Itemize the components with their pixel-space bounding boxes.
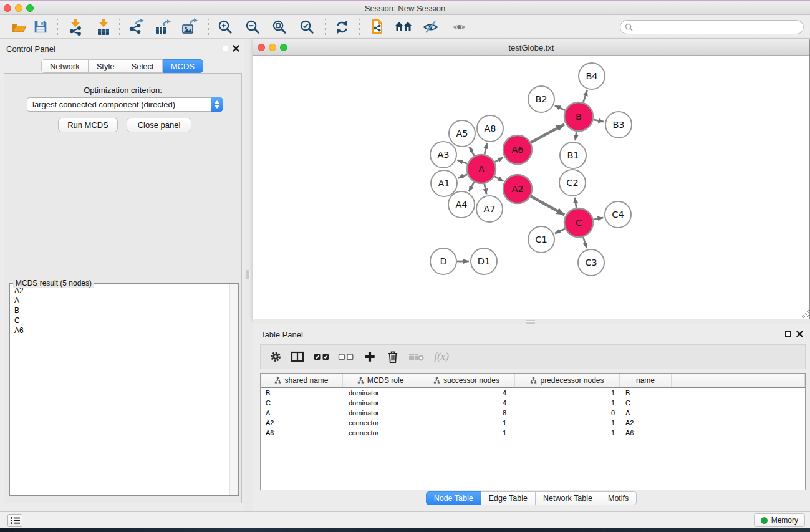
table-cell[interactable]: A <box>620 408 672 418</box>
hide-selected-button[interactable] <box>421 17 440 36</box>
float-panel-icon[interactable] <box>223 46 228 51</box>
table-row[interactable]: A2connector11A2 <box>261 418 805 428</box>
table-cell[interactable]: A <box>261 408 343 418</box>
table-settings-button[interactable] <box>269 350 282 364</box>
column-header-name[interactable]: name <box>620 374 672 387</box>
graph-edge-A-A8[interactable] <box>485 143 487 154</box>
tab-node-table[interactable]: Node Table <box>426 491 481 505</box>
result-list-item[interactable]: B <box>11 306 229 316</box>
table-row[interactable]: A6connector11A6 <box>261 428 805 438</box>
optimization-criterion-select[interactable]: largest connected component (directed) <box>27 97 223 112</box>
table-cell[interactable]: A6 <box>620 428 672 438</box>
graph-edge-A-A7[interactable] <box>485 184 486 195</box>
table-cell[interactable]: dominator <box>343 398 418 408</box>
table-cell[interactable]: 0 <box>515 408 620 418</box>
column-header-MCDS-role[interactable]: MCDS role <box>343 374 418 387</box>
table-row[interactable]: Bdominator41B <box>261 388 805 398</box>
graph-edge-A-A5[interactable] <box>469 147 474 156</box>
table-cell[interactable]: 1 <box>515 398 620 408</box>
home-layout-button[interactable] <box>394 17 413 36</box>
result-list-item[interactable]: C <box>11 316 229 326</box>
table-cell[interactable]: 1 <box>515 428 620 438</box>
divider-grip[interactable] <box>246 270 250 279</box>
column-header-predecessor-nodes[interactable]: predecessor nodes <box>515 374 620 387</box>
table-cell[interactable]: 4 <box>418 388 515 398</box>
table-cell[interactable]: A2 <box>620 418 672 428</box>
result-list-item[interactable]: A2 <box>11 286 229 296</box>
column-visibility-button[interactable] <box>291 350 304 364</box>
tab-network-table[interactable]: Network Table <box>536 491 600 505</box>
table-cell[interactable]: 1 <box>515 418 620 428</box>
export-table-button[interactable] <box>153 17 172 36</box>
result-list-item[interactable]: A <box>11 296 229 306</box>
table-row[interactable]: Cdominator41C <box>261 398 805 408</box>
resize-grip-icon[interactable] <box>801 310 809 318</box>
horizontal-split-divider[interactable] <box>253 319 810 324</box>
graph-edge-C-C1[interactable] <box>555 229 565 233</box>
refresh-button[interactable] <box>332 17 351 36</box>
delete-table-button[interactable] <box>408 352 425 362</box>
table-cell[interactable]: dominator <box>343 388 418 398</box>
table-cell[interactable]: 1 <box>418 428 515 438</box>
column-header-successor-nodes[interactable]: successor nodes <box>418 374 515 387</box>
table-cell[interactable]: 4 <box>418 398 515 408</box>
graph-edge-A-A3[interactable] <box>457 160 467 163</box>
graph-edge-C-C3[interactable] <box>583 237 587 248</box>
zoom-selected-button[interactable] <box>297 17 316 36</box>
graph-edge-B-B3[interactable] <box>594 120 604 122</box>
table-cell[interactable]: B <box>261 388 343 398</box>
tab-mcds[interactable]: MCDS <box>163 59 203 73</box>
tab-motifs[interactable]: Motifs <box>600 491 637 505</box>
open-file-button[interactable] <box>9 17 28 36</box>
graph-edge-A-A1[interactable] <box>458 175 467 178</box>
zoom-out-button[interactable] <box>243 17 262 36</box>
export-network-button[interactable] <box>127 17 145 36</box>
network-canvas[interactable]: B4B2BB3A8A5A6A3B1AC2A1A2A4A7C4CC1C3DD1 <box>253 56 809 319</box>
graph-edge-B-B1[interactable] <box>575 132 576 140</box>
select-all-button[interactable] <box>314 352 330 362</box>
network-window-titlebar[interactable]: testGlobe.txt <box>253 39 809 56</box>
graph-edge-B-B2[interactable] <box>555 105 566 110</box>
table-cell[interactable]: B <box>620 388 672 398</box>
run-mcds-button[interactable]: Run MCDS <box>58 118 118 132</box>
table-cell[interactable]: 8 <box>418 408 515 418</box>
task-history-button[interactable] <box>7 514 22 527</box>
function-builder-button[interactable]: f(x) <box>434 351 449 363</box>
import-network-button[interactable] <box>66 17 85 36</box>
tab-style[interactable]: Style <box>89 59 123 73</box>
save-session-button[interactable] <box>31 17 50 36</box>
close-panel-icon[interactable] <box>796 331 803 337</box>
tab-network[interactable]: Network <box>41 59 89 73</box>
memory-button[interactable]: Memory <box>754 513 805 527</box>
graph-edge-A-A6[interactable] <box>494 157 503 162</box>
delete-column-button[interactable] <box>387 350 400 364</box>
export-image-button[interactable] <box>180 17 199 36</box>
search-input[interactable] <box>635 22 803 33</box>
import-table-button[interactable] <box>94 17 113 36</box>
table-cell[interactable]: connector <box>343 418 418 428</box>
table-cell[interactable]: A2 <box>261 418 343 428</box>
graph-edge-A2-C[interactable] <box>531 196 564 215</box>
tab-edge-table[interactable]: Edge Table <box>481 491 536 505</box>
graph-edge-A-A4[interactable] <box>469 182 475 191</box>
graph-edge-A-A2[interactable] <box>494 177 503 181</box>
table-cell[interactable]: dominator <box>343 408 418 418</box>
close-panel-icon[interactable] <box>233 45 239 52</box>
table-cell[interactable]: C <box>261 398 343 408</box>
network-from-file-button[interactable] <box>368 17 387 36</box>
show-all-button[interactable] <box>450 17 468 36</box>
tab-select[interactable]: Select <box>123 59 163 73</box>
column-header-shared-name[interactable]: shared name <box>261 374 343 387</box>
float-panel-icon[interactable] <box>785 331 791 337</box>
vertical-split-divider[interactable] <box>244 39 253 511</box>
divider-grip[interactable] <box>526 320 535 324</box>
result-list-item[interactable]: A6 <box>11 326 229 336</box>
result-scrollbar[interactable] <box>229 284 238 495</box>
zoom-fit-button[interactable] <box>270 17 289 36</box>
graph-edge-C-C4[interactable] <box>594 218 604 220</box>
graph-edge-A6-B[interactable] <box>531 124 564 142</box>
table-cell[interactable]: 1 <box>515 388 620 398</box>
close-panel-button[interactable]: Close panel <box>127 118 191 132</box>
deselect-all-button[interactable] <box>338 352 354 362</box>
table-cell[interactable]: connector <box>343 428 418 438</box>
